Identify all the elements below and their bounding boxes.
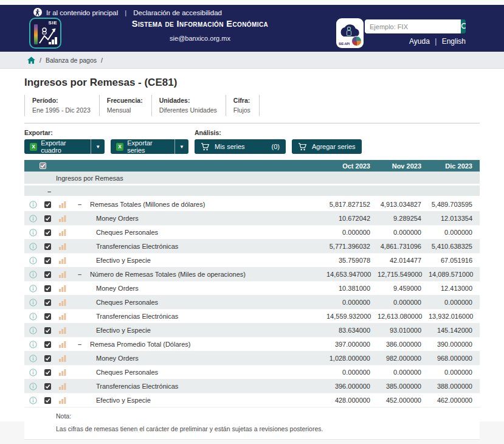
info-icon[interactable] xyxy=(29,299,37,307)
mis-series-button[interactable]: Mis series (0) xyxy=(195,139,286,154)
value-dic: 5,410.638325 xyxy=(429,243,480,250)
collapse-all-toggle[interactable]: – xyxy=(24,186,480,198)
exportar-cuadro-label: Exportar cuadro xyxy=(41,139,85,154)
row-label[interactable]: Cheques Personales xyxy=(96,369,158,376)
chart-icon[interactable] xyxy=(59,285,66,292)
contact-email[interactable]: sie@banxico.org.mx xyxy=(102,35,298,42)
meta-unidades: Unidades: Diferentes Unidades xyxy=(151,95,226,116)
chart-icon[interactable] xyxy=(59,229,66,236)
row-checkbox[interactable] xyxy=(44,355,51,362)
info-icon[interactable] xyxy=(29,355,37,362)
chart-icon[interactable] xyxy=(59,243,66,250)
pie-chart-icon xyxy=(351,36,362,46)
search-box xyxy=(365,19,466,33)
agregar-series-button[interactable]: Agregar series xyxy=(292,139,362,154)
row-checkbox[interactable] xyxy=(44,327,51,334)
chart-icon[interactable] xyxy=(59,313,66,320)
info-icon[interactable] xyxy=(29,215,37,223)
row-label[interactable]: Transferencias Electrónicas xyxy=(96,383,178,390)
skip-link[interactable]: Ir al contenido principal xyxy=(46,9,118,16)
home-icon[interactable] xyxy=(27,57,35,64)
info-icon[interactable] xyxy=(29,271,37,279)
info-icon[interactable] xyxy=(29,229,37,237)
row-checkbox[interactable] xyxy=(44,341,51,348)
row-checkbox[interactable] xyxy=(44,201,51,208)
value-oct: 5,817.827152 xyxy=(326,201,378,208)
row-checkbox[interactable] xyxy=(44,229,51,236)
row-checkbox[interactable] xyxy=(44,257,51,264)
collapse-toggle[interactable]: – xyxy=(77,271,83,278)
chart-icon[interactable] xyxy=(59,299,66,306)
exportar-cuadro-button[interactable]: X Exportar cuadro ▼ xyxy=(24,139,105,154)
search-button[interactable] xyxy=(461,19,466,33)
row-label[interactable]: Money Orders xyxy=(96,285,139,292)
row-checkbox[interactable] xyxy=(44,313,51,320)
meta-value: Mensual xyxy=(107,106,143,114)
collapse-toggle[interactable]: – xyxy=(77,341,83,348)
column-header-dic[interactable]: Dic 2023 xyxy=(429,162,480,170)
row-checkbox[interactable] xyxy=(44,369,51,376)
select-all-checkbox[interactable] xyxy=(40,162,46,169)
info-icon[interactable] xyxy=(29,341,37,349)
info-icon[interactable] xyxy=(29,313,37,321)
table-row: –Remesa Promedio Total (Dólares)397.0000… xyxy=(24,338,480,352)
meta-label: Unidades: xyxy=(159,97,217,104)
row-checkbox[interactable] xyxy=(44,215,51,222)
row-label[interactable]: Efectivo y Especie xyxy=(96,327,151,334)
info-icon[interactable] xyxy=(29,397,37,404)
row-label[interactable]: Efectivo y Especie xyxy=(96,257,151,264)
table-row: Money Orders10.6720429.28925412.013354 xyxy=(24,212,480,226)
collapse-toggle[interactable]: – xyxy=(77,201,83,208)
row-label[interactable]: Transferencias Electrónicas xyxy=(96,313,178,320)
english-link[interactable]: English xyxy=(442,37,466,46)
row-checkbox[interactable] xyxy=(44,397,51,404)
search-input[interactable] xyxy=(365,19,461,33)
chart-icon[interactable] xyxy=(59,271,66,278)
chart-icon[interactable] xyxy=(59,201,66,208)
accessibility-link[interactable]: Declaración de accesibilidad xyxy=(133,9,222,16)
info-icon[interactable] xyxy=(29,383,37,390)
row-label[interactable]: Cheques Personales xyxy=(96,229,158,236)
row-label[interactable]: Remesa Promedio Total (Dólares) xyxy=(90,341,190,348)
ayuda-link[interactable]: Ayuda xyxy=(409,37,430,46)
chart-icon[interactable] xyxy=(59,341,66,348)
info-icon[interactable] xyxy=(29,243,37,251)
column-header-oct[interactable]: Oct 2023 xyxy=(326,162,378,170)
breadcrumb-link-balanza[interactable]: Balanza de pagos xyxy=(46,57,97,64)
row-label[interactable]: Efectivo y Especie xyxy=(96,397,151,404)
sie-logo[interactable]: SIE xyxy=(29,18,61,49)
row-checkbox[interactable] xyxy=(44,299,51,306)
row-checkbox[interactable] xyxy=(44,285,51,292)
row-label[interactable]: Cheques Personales xyxy=(96,299,158,306)
row-label-cell: –Remesas Totales (Millones de dólares) xyxy=(24,198,326,211)
value-dic: 12.413000 xyxy=(429,285,480,292)
chart-icon[interactable] xyxy=(59,327,66,334)
exportar-series-dropdown[interactable]: ▼ xyxy=(174,139,188,154)
value-nov: 385.000000 xyxy=(378,383,429,390)
row-checkbox[interactable] xyxy=(44,383,51,390)
exportar-cuadro-dropdown[interactable]: ▼ xyxy=(91,139,105,154)
row-checkbox[interactable] xyxy=(44,243,51,250)
row-label[interactable]: Transferencias Electrónicas xyxy=(96,243,178,250)
column-header-nov[interactable]: Nov 2023 xyxy=(378,162,429,170)
info-icon[interactable] xyxy=(29,257,37,265)
chart-icon[interactable] xyxy=(59,397,66,404)
info-icon[interactable] xyxy=(29,201,37,209)
chart-icon[interactable] xyxy=(59,369,66,376)
info-icon[interactable] xyxy=(29,285,37,293)
value-nov: 4,861.731096 xyxy=(378,243,429,250)
row-checkbox[interactable] xyxy=(44,271,51,278)
top-strip xyxy=(0,0,504,5)
row-label[interactable]: Número de Remesas Totales (Miles de oper… xyxy=(90,271,246,278)
chart-icon[interactable] xyxy=(59,215,66,222)
chart-icon[interactable] xyxy=(59,257,66,264)
chart-icon[interactable] xyxy=(59,355,66,362)
chart-icon[interactable] xyxy=(59,383,66,390)
row-label[interactable]: Money Orders xyxy=(96,215,139,222)
info-icon[interactable] xyxy=(29,369,37,376)
exportar-series-button[interactable]: X Exportar series ▼ xyxy=(111,139,188,154)
sie-api-logo[interactable]: SIE-API xyxy=(336,18,364,48)
row-label[interactable]: Money Orders xyxy=(96,355,139,362)
info-icon[interactable] xyxy=(29,327,37,335)
row-label[interactable]: Remesas Totales (Millones de dólares) xyxy=(90,201,205,208)
